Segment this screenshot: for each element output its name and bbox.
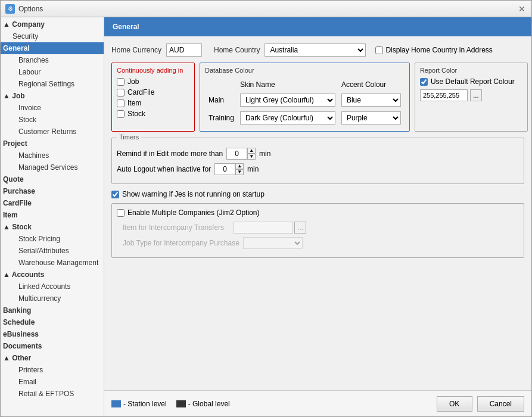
job-checkbox-row: Job (117, 77, 189, 86)
sidebar-item-labour[interactable]: Labour (1, 66, 104, 78)
sidebar-item-purchase[interactable]: Purchase (1, 185, 104, 197)
item-intercompany-label: Item for Intercompany Transfers (123, 223, 230, 232)
item-intercompany-field (234, 222, 293, 234)
home-country-label: Home Country (214, 46, 260, 54)
sidebar-item-warehouse[interactable]: Warehouse Management (1, 257, 104, 269)
color-picker-button[interactable]: ... (470, 89, 482, 101)
accent-colour-header: Accent Colour (341, 80, 386, 89)
main-accent-select[interactable]: Blue (341, 94, 401, 107)
sidebar-item-documents[interactable]: Documents (1, 340, 104, 352)
sidebar: ▲ Company Security General Branches Labo… (1, 17, 104, 416)
home-currency-input[interactable] (166, 43, 202, 57)
enable-companies-checkbox[interactable] (117, 209, 125, 217)
app-icon: ⚙ (5, 4, 15, 14)
sidebar-item-quote[interactable]: Quote (1, 173, 104, 185)
sidebar-item-job[interactable]: ▲ Job (1, 90, 104, 102)
sidebar-item-multicurrency[interactable]: Multicurrency (1, 292, 104, 304)
database-colour-section: Database Colour Skin Name Accent Colour (200, 63, 410, 132)
sidebar-item-security[interactable]: Security (1, 30, 104, 42)
color-value-input[interactable] (420, 89, 468, 101)
display-home-country-label: Display Home Country in Address (375, 46, 492, 54)
remind-label: Remind if in Edit mode more than (117, 150, 223, 158)
ok-button[interactable]: OK (437, 396, 472, 412)
sidebar-item-general[interactable]: General (1, 42, 104, 54)
station-level-label: - Station level (123, 400, 167, 408)
training-skin-select[interactable]: Dark Grey (Colourful) (240, 111, 335, 125)
sidebar-item-other[interactable]: ▲ Other (1, 352, 104, 364)
db-colour-table: Skin Name Accent Colour Main Light Gre (205, 77, 405, 127)
job-type-select (243, 237, 303, 249)
auto-logout-row: Auto Logout when inactive for ▲ ▼ min (117, 163, 519, 175)
use-default-label: Use Default Report Colour (431, 77, 515, 86)
options-window: ⚙ Options ✕ ▲ Company Security General B… (0, 0, 532, 417)
close-button[interactable]: ✕ (517, 4, 527, 14)
footer-buttons: OK Cancel (437, 396, 524, 412)
remind-up-arrow[interactable]: ▲ (247, 148, 256, 154)
sidebar-item-customer-returns[interactable]: Customer Returns (1, 126, 104, 138)
item-intercompany-input: ... (234, 222, 306, 234)
job-type-intercompany-row: Job Type for Intercompany Purchase (117, 237, 519, 249)
display-home-country-checkbox[interactable] (375, 46, 383, 54)
sidebar-item-managed-services[interactable]: Managed Services (1, 161, 104, 173)
auto-logout-up-arrow[interactable]: ▲ (235, 163, 244, 169)
station-level-icon (111, 400, 121, 407)
sidebar-item-linked-accounts[interactable]: Linked Accounts (1, 281, 104, 292)
stock-checkbox[interactable] (117, 110, 125, 118)
sidebar-item-retail[interactable]: Retail & EFTPOS (1, 388, 104, 400)
database-colour-title: Database Colour (205, 67, 405, 74)
auto-logout-down-arrow[interactable]: ▼ (235, 169, 244, 175)
sidebar-item-item[interactable]: Item (1, 209, 104, 221)
cardfile-label: CardFile (127, 88, 154, 97)
footer-legend: - Station level - Global level (111, 400, 230, 408)
sidebar-item-printers[interactable]: Printers (1, 364, 104, 376)
companies-content: Item for Intercompany Transfers ... Job … (117, 222, 519, 249)
sidebar-item-accounts[interactable]: ▲ Accounts (1, 269, 104, 281)
sidebar-item-project[interactable]: Project (1, 138, 104, 150)
auto-logout-unit: min (247, 165, 259, 173)
panel-title: General (113, 23, 139, 31)
use-default-row: Use Default Report Colour (420, 77, 522, 86)
sidebar-item-invoice[interactable]: Invoice (1, 102, 104, 114)
sections-row: Continuously adding in Job CardFile Item (111, 63, 524, 132)
auto-logout-input[interactable] (214, 163, 235, 175)
item-checkbox[interactable] (117, 99, 125, 107)
sidebar-item-stock-pricing[interactable]: Stock Pricing (1, 233, 104, 245)
auto-logout-arrows: ▲ ▼ (235, 163, 244, 175)
remind-row: Remind if in Edit mode more than ▲ ▼ min (117, 148, 519, 160)
companies-section: Enable Multiple Companies (Jim2 Option) … (111, 203, 524, 258)
home-country-select[interactable]: Australia (265, 43, 366, 57)
footer: - Station level - Global level OK Cancel (104, 390, 531, 416)
show-warning-checkbox[interactable] (111, 191, 119, 198)
sidebar-item-stock2[interactable]: ▲ Stock (1, 221, 104, 233)
remind-input[interactable] (226, 148, 247, 160)
color-preview-row: ... (420, 89, 522, 101)
job-type-input (243, 237, 303, 249)
sidebar-item-machines[interactable]: Machines (1, 150, 104, 161)
sidebar-item-banking[interactable]: Banking (1, 304, 104, 316)
remind-arrows: ▲ ▼ (247, 148, 256, 160)
remind-down-arrow[interactable]: ▼ (247, 154, 256, 160)
titlebar-left: ⚙ Options (5, 4, 43, 14)
auto-logout-label: Auto Logout when inactive for (117, 165, 211, 173)
job-checkbox[interactable] (117, 78, 125, 86)
sidebar-item-branches[interactable]: Branches (1, 54, 104, 66)
cardfile-checkbox[interactable] (117, 89, 125, 97)
global-level-legend: - Global level (176, 400, 230, 408)
item-label: Item (127, 99, 141, 107)
sidebar-item-regional[interactable]: Regional Settings (1, 78, 104, 90)
cancel-button[interactable]: Cancel (477, 396, 524, 412)
show-warning-row: Show warning if Jes is not running on st… (111, 190, 524, 198)
training-accent-select[interactable]: Purple (341, 111, 401, 125)
panel-header: General (104, 17, 531, 36)
sidebar-item-ebusiness[interactable]: eBusiness (1, 328, 104, 340)
use-default-checkbox[interactable] (420, 78, 428, 86)
sidebar-item-serial[interactable]: Serial/Attributes (1, 245, 104, 257)
timers-title: Timers (117, 133, 141, 141)
sidebar-item-cardfile[interactable]: CardFile (1, 197, 104, 209)
skin-name-header: Skin Name (240, 80, 275, 89)
sidebar-item-schedule[interactable]: Schedule (1, 316, 104, 328)
sidebar-item-email[interactable]: Email (1, 376, 104, 388)
main-skin-select[interactable]: Light Grey (Colourful) (240, 94, 335, 107)
sidebar-item-company[interactable]: ▲ Company (1, 18, 104, 30)
sidebar-item-stock[interactable]: Stock (1, 114, 104, 126)
